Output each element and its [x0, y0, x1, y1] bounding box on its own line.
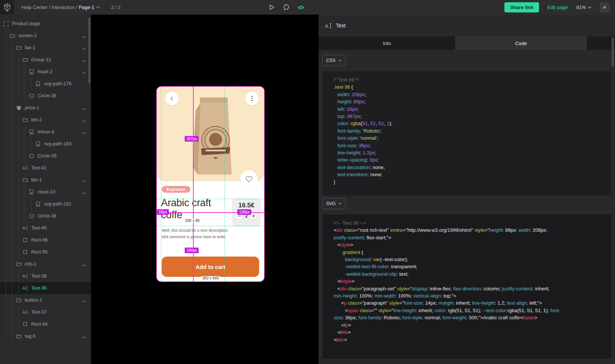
- code-line: font-style: 'normal';: [334, 134, 611, 142]
- layer-row-text-37[interactable]: AText-37: [0, 306, 91, 318]
- tree-indent-guide: [12, 126, 12, 138]
- code-line: <span class="" style="line-height: inher…: [334, 307, 611, 314]
- layer-row-product page[interactable]: Product page: [0, 18, 91, 30]
- layer-row-text-41[interactable]: AText-41: [0, 162, 91, 174]
- css-format-select[interactable]: CSS: [322, 55, 345, 66]
- layer-row-button-1[interactable]: button-1: [0, 294, 91, 306]
- back-button[interactable]: [165, 92, 179, 105]
- code-line: </div>: [334, 329, 611, 336]
- layer-row-screen-2[interactable]: screen-2: [0, 30, 91, 42]
- tree-indent-guide: [12, 174, 12, 186]
- frame-layer-icon: [3, 21, 9, 27]
- collapse-chevron-icon[interactable]: [82, 335, 86, 340]
- category-tag[interactable]: Expresso: [162, 186, 190, 193]
- code-line: left: 16px;: [334, 106, 611, 113]
- layer-row-svg-path-176[interactable]: svg-path-176: [0, 78, 91, 90]
- tree-indent-guide: [31, 138, 32, 150]
- layer-row-info-1[interactable]: info-1: [0, 258, 91, 270]
- collapse-chevron-icon[interactable]: [82, 190, 86, 196]
- breadcrumb[interactable]: Help Center / Interaction / Page-1: [21, 5, 100, 10]
- add-to-cart-button[interactable]: Add to cart: [162, 257, 259, 277]
- more-options-button[interactable]: [245, 92, 259, 105]
- tree-indent-guide: [12, 318, 12, 330]
- chevron-down-icon: [588, 6, 591, 9]
- layer-row-tag-5[interactable]: tag-5: [0, 330, 91, 342]
- layer-row-svg-path-183[interactable]: svg-path-183: [0, 138, 91, 150]
- svg-format-select[interactable]: SVG: [322, 198, 345, 209]
- zoom-level-control[interactable]: 81%: [576, 5, 591, 10]
- layer-row-fav-1[interactable]: fav-1: [0, 42, 91, 54]
- layer-row-text-36[interactable]: AText-36: [0, 282, 91, 294]
- sidebar-scrollbar[interactable]: [88, 18, 90, 83]
- increase-quantity-button[interactable]: [250, 213, 257, 219]
- folder-layer-icon: [22, 117, 28, 123]
- layer-row-circle-38[interactable]: Circle-38: [0, 210, 91, 222]
- layer-row-btn-2[interactable]: btn-2: [0, 114, 91, 126]
- tree-indent-guide: [25, 186, 25, 198]
- collapse-chevron-icon[interactable]: [82, 263, 86, 268]
- layer-row-circle-39[interactable]: Circle-39: [0, 150, 91, 162]
- decrease-quantity-button[interactable]: [236, 213, 243, 219]
- layer-row-group-12[interactable]: Group-12: [0, 54, 91, 66]
- layer-row-circle-36[interactable]: Circle-36: [0, 90, 91, 102]
- comment-icon[interactable]: [283, 4, 289, 11]
- layer-label: button-1: [25, 298, 42, 303]
- inspector-header: A Text: [319, 15, 615, 36]
- favorite-button[interactable]: [240, 170, 258, 187]
- mask-layer-icon: [16, 105, 21, 111]
- heart-icon: [245, 175, 253, 183]
- collapse-chevron-icon[interactable]: [82, 34, 86, 39]
- collapse-chevron-icon[interactable]: [82, 178, 86, 184]
- layer-row-btn-1[interactable]: btn-1: [0, 174, 91, 186]
- collapse-chevron-icon[interactable]: [82, 106, 86, 112]
- panel-scrollbar[interactable]: [612, 37, 614, 66]
- svg-code-block: <!-- Text-36 --><div class="root rich-te…: [322, 214, 611, 359]
- layer-row-svg-path-181[interactable]: svg-path-181: [0, 198, 91, 210]
- layer-row-rect-95[interactable]: Rect-95: [0, 246, 91, 258]
- layer-row-rect-96[interactable]: Rect-96: [0, 234, 91, 246]
- tab-info[interactable]: Info: [319, 36, 455, 50]
- tree-indent-guide: [12, 282, 12, 294]
- edit-page-link[interactable]: Edit page: [547, 5, 568, 10]
- collapse-chevron-icon[interactable]: [82, 130, 86, 136]
- collapse-chevron-icon[interactable]: [82, 299, 86, 304]
- layer-row-close-10[interactable]: close-10: [0, 186, 91, 198]
- app-logo[interactable]: [0, 0, 14, 15]
- layer-label: Text-41: [31, 165, 47, 171]
- layer-label: Circle-38: [38, 213, 56, 219]
- collapse-chevron-icon[interactable]: [82, 118, 86, 124]
- text-layer-icon: A: [22, 165, 28, 171]
- page-counter: 2 / 2: [111, 5, 120, 10]
- layer-row-text-38[interactable]: AText-38: [0, 270, 91, 282]
- rect-layer-icon: [22, 237, 28, 243]
- layer-row-rect-94[interactable]: Rect-94: [0, 318, 91, 330]
- share-link-button[interactable]: Share link: [504, 2, 539, 12]
- play-icon[interactable]: [269, 5, 275, 10]
- collapse-chevron-icon[interactable]: [82, 46, 86, 51]
- code-view-icon[interactable]: </>: [298, 5, 304, 11]
- product-price: 16.5€: [238, 202, 255, 209]
- design-canvas[interactable]: Expresso Arabic craft coffe 16.5€ 2 Well…: [91, 15, 319, 364]
- inspector-tabs: Info Code: [319, 36, 615, 50]
- tree-indent-guide: [12, 114, 12, 126]
- tree-indent-guide: [25, 138, 25, 150]
- fullscreen-button[interactable]: [600, 2, 610, 12]
- layer-row-text-40[interactable]: AText-40: [0, 222, 91, 234]
- collapse-chevron-icon[interactable]: [82, 70, 86, 76]
- collapse-chevron-icon[interactable]: [82, 58, 86, 63]
- tree-indent-guide: [18, 198, 19, 210]
- tree-indent-guide: [6, 234, 6, 246]
- tree-indent-guide: [12, 90, 12, 102]
- code-line: size: 36px; font-family: Roboto; font-st…: [334, 314, 611, 321]
- tab-code[interactable]: Code: [455, 36, 587, 50]
- svgfile-layer-icon: [35, 201, 41, 207]
- layer-row-heart-2[interactable]: heart-2: [0, 66, 91, 78]
- layer-label: btn-1: [31, 177, 42, 183]
- layer-row-price-1[interactable]: price-1: [0, 102, 91, 114]
- tree-indent-guide: [6, 42, 6, 54]
- tree-indent-guide: [12, 306, 12, 318]
- layer-label: Circle-39: [38, 153, 56, 159]
- layers-sidebar: Product pagescreen-2fav-1Group-12heart-2…: [0, 15, 91, 364]
- tree-indent-guide: [6, 66, 6, 78]
- layer-row-minus-8[interactable]: minus-8: [0, 126, 91, 138]
